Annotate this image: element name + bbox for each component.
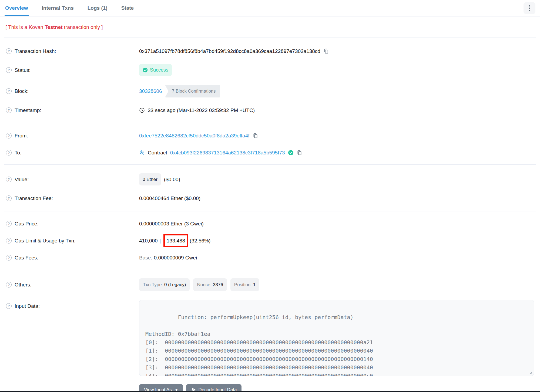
copy-icon[interactable]: [323, 48, 329, 54]
row-label-text: Gas Fees:: [15, 254, 38, 262]
row-label-text: Transaction Hash:: [15, 47, 56, 55]
tab-state[interactable]: State: [121, 0, 134, 16]
input-data-text: Function: performUpkeep(uint256 id, byte…: [145, 314, 373, 376]
timestamp-value: 33 secs ago (Mar-11-2022 03:59:32 PM +UT…: [148, 106, 255, 114]
more-options-button[interactable]: [524, 2, 535, 14]
row-others: ? Others: Txn Type: 0 (Legacy) Nonce: 33…: [4, 274, 536, 295]
row-timestamp: ? Timestamp: 33 secs ago (Mar-11-2022 03…: [4, 102, 536, 119]
to-address-link[interactable]: 0x4cb093f226983713164a62138c3f718a5b595f…: [170, 148, 285, 157]
group-transaction-info: ? Transaction Hash: 0x371a51097fb78df856…: [4, 38, 536, 124]
row-label-text: Block:: [15, 87, 29, 95]
row-label-text: Status:: [15, 66, 31, 74]
row-gas-price: ? Gas Price: 0.000000003 Ether (3 Gwei): [4, 215, 536, 232]
gas-used-percent: (32.56%): [190, 236, 210, 245]
row-transaction-hash: ? Transaction Hash: 0x371a51097fb78df856…: [4, 43, 536, 60]
help-icon[interactable]: ?: [6, 150, 12, 156]
tab-overview[interactable]: Overview: [5, 0, 29, 16]
check-circle-icon: [143, 67, 148, 73]
help-icon[interactable]: ?: [6, 221, 12, 227]
annotation-highlight-box: 133,488: [163, 234, 189, 247]
group-value-fee: ? Value: 0 Ether ($0.00) ? Transaction F…: [4, 165, 536, 211]
input-data-actions: View Input As▼ Decode Input Data: [4, 380, 536, 392]
group-others-input: ? Others: Txn Type: 0 (Legacy) Nonce: 33…: [4, 270, 536, 392]
group-addresses: ? From: 0xfee7522e8482682cf50ddc50a0f8da…: [4, 124, 536, 165]
status-badge: Success: [139, 64, 172, 76]
row-label-text: To:: [15, 148, 21, 157]
position-badge: Position: 1: [230, 278, 259, 291]
help-icon[interactable]: ?: [6, 88, 12, 94]
gas-fees-base-value: 0.000000009 Gwei: [154, 254, 197, 262]
kebab-icon: [529, 5, 530, 6]
help-icon[interactable]: ?: [6, 195, 12, 201]
magnifier-plus-icon[interactable]: [139, 150, 145, 156]
gas-used-value: 133,488: [167, 238, 185, 244]
row-to: ? To: Contract 0x4cb093f226983713164a621…: [4, 144, 536, 161]
txn-type-badge: Txn Type: 0 (Legacy): [139, 278, 190, 291]
block-number-link[interactable]: 30328606: [139, 87, 162, 95]
gas-price-value: 0.000000003 Ether (3 Gwei): [139, 219, 204, 228]
transaction-hash-value: 0x371a51097fb78df856f8b4a7bd459f192d8cc8…: [139, 47, 320, 55]
group-gas: ? Gas Price: 0.000000003 Ether (3 Gwei) …: [4, 211, 536, 270]
gas-limit-value: 410,000: [139, 236, 158, 245]
row-label-text: Others:: [15, 281, 31, 289]
tab-logs[interactable]: Logs (1): [87, 0, 108, 16]
row-label-text: Transaction Fee:: [15, 194, 53, 202]
help-icon[interactable]: ?: [6, 282, 12, 288]
row-block: ? Block: 30328606 7 Block Confirmations: [4, 80, 536, 102]
resize-grip-icon[interactable]: [529, 371, 532, 374]
copy-icon[interactable]: [253, 133, 258, 138]
clock-icon: [139, 107, 145, 113]
copy-icon[interactable]: [297, 150, 302, 156]
help-icon[interactable]: ?: [6, 238, 12, 244]
row-label-text: Gas Limit & Usage by Txn:: [15, 236, 76, 245]
transaction-fee-value: 0.000400464 Ether ($0.00): [139, 194, 200, 202]
testnet-notice: [ This is a Kovan Testnet transaction on…: [4, 16, 536, 38]
footer-top-edge: [0, 391, 540, 392]
row-label-text: Timestamp:: [15, 106, 41, 114]
tab-internal-txns[interactable]: Internal Txns: [41, 0, 74, 16]
help-icon[interactable]: ?: [6, 48, 12, 54]
row-label-text: Value:: [15, 175, 29, 184]
help-icon[interactable]: ?: [6, 177, 12, 182]
from-address-link[interactable]: 0xfee7522e8482682cf50ddc50a0f8da2a39effa…: [139, 131, 250, 140]
row-gas-limit-usage: ? Gas Limit & Usage by Txn: 410,000 | 13…: [4, 232, 536, 249]
separator: |: [160, 236, 161, 245]
row-status: ? Status: Success: [4, 60, 536, 80]
verified-check-icon: [288, 150, 294, 156]
row-label-text: Gas Price:: [15, 219, 39, 228]
help-icon[interactable]: ?: [6, 67, 12, 73]
usd-value: ($0.00): [164, 175, 180, 184]
row-input-data: ? Input Data: Function: performUpkeep(ui…: [4, 295, 536, 380]
row-from: ? From: 0xfee7522e8482682cf50ddc50a0f8da…: [4, 127, 536, 144]
row-label-text: From:: [15, 131, 28, 140]
row-transaction-fee: ? Transaction Fee: 0.000400464 Ether ($0…: [4, 190, 536, 207]
transaction-details-page: Overview Internal Txns Logs (1) State [ …: [0, 0, 540, 392]
block-confirmations-badge: 7 Block Confirmations: [165, 85, 220, 97]
gas-fees-base-label: Base:: [139, 254, 152, 262]
nonce-badge: Nonce: 3376: [193, 278, 227, 291]
ether-value-badge: 0 Ether: [139, 173, 161, 185]
help-icon[interactable]: ?: [6, 107, 12, 113]
row-label-text: Input Data:: [15, 302, 40, 310]
input-data-textarea[interactable]: Function: performUpkeep(uint256 id, byte…: [139, 300, 534, 376]
to-kind-label: Contract: [148, 148, 167, 157]
row-value: ? Value: 0 Ether ($0.00): [4, 169, 536, 190]
tab-bar: Overview Internal Txns Logs (1) State: [0, 0, 540, 16]
row-gas-fees: ? Gas Fees: Base: 0.000000009 Gwei: [4, 249, 536, 266]
help-icon[interactable]: ?: [6, 303, 12, 309]
help-icon[interactable]: ?: [6, 133, 12, 138]
help-icon[interactable]: ?: [6, 255, 12, 261]
